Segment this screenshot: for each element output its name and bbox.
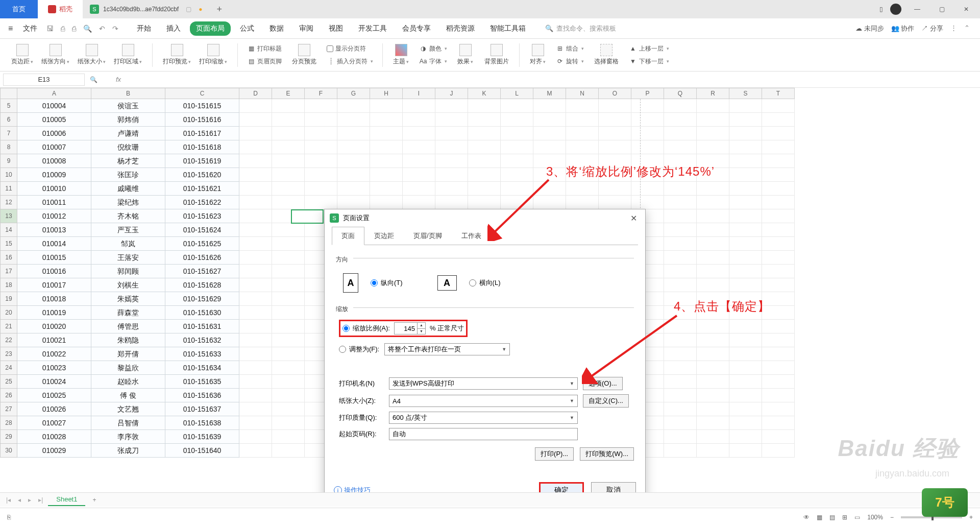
cell[interactable]: [501, 168, 533, 182]
cell[interactable]: [239, 347, 272, 361]
ribbon-打印区域[interactable]: 打印区域▾: [110, 44, 146, 66]
cell[interactable]: 郑开倩: [91, 347, 165, 361]
cell[interactable]: [468, 182, 501, 196]
row-header[interactable]: 8: [0, 140, 17, 154]
cell[interactable]: [533, 140, 566, 154]
quality-combo[interactable]: 600 点/英寸▼: [389, 412, 578, 424]
cell[interactable]: [272, 127, 305, 140]
sheet-nav-last-icon[interactable]: ▸|: [36, 496, 45, 504]
view-break-icon[interactable]: ⊞: [842, 514, 847, 521]
row-header[interactable]: 23: [0, 347, 17, 361]
cell[interactable]: [305, 127, 337, 140]
cell[interactable]: 张匡珍: [91, 168, 165, 182]
cell[interactable]: 卢谦靖: [91, 127, 165, 140]
cell[interactable]: [337, 154, 370, 168]
cell[interactable]: [762, 320, 795, 333]
cell[interactable]: [697, 140, 729, 154]
col-header[interactable]: R: [697, 88, 729, 99]
row-header[interactable]: 30: [0, 444, 17, 458]
cell[interactable]: [664, 251, 697, 265]
cell[interactable]: [272, 278, 305, 292]
cell[interactable]: [272, 223, 305, 237]
cell[interactable]: 010008: [17, 154, 91, 168]
cell[interactable]: [533, 127, 566, 140]
cell[interactable]: 杨才芝: [91, 154, 165, 168]
cell[interactable]: [729, 99, 762, 113]
cell[interactable]: [468, 168, 501, 182]
cell[interactable]: [599, 99, 631, 113]
cell[interactable]: [697, 223, 729, 237]
cell[interactable]: [272, 430, 305, 444]
cell[interactable]: 010-151622: [165, 196, 239, 209]
cell[interactable]: [239, 375, 272, 389]
cell[interactable]: [239, 154, 272, 168]
cell[interactable]: 朱鸥隐: [91, 333, 165, 347]
cell[interactable]: [697, 361, 729, 375]
cell[interactable]: [370, 196, 403, 209]
cell[interactable]: 侯谊玉: [91, 99, 165, 113]
cell[interactable]: [729, 320, 762, 333]
view-eye-icon[interactable]: 👁: [803, 514, 810, 521]
menubar-chevron-icon[interactable]: ⌃: [964, 24, 970, 33]
paper-combo[interactable]: A4▼: [389, 395, 578, 407]
col-header[interactable]: G: [337, 88, 370, 99]
cell[interactable]: [762, 99, 795, 113]
cell[interactable]: 010013: [17, 223, 91, 237]
cell[interactable]: [239, 389, 272, 402]
cell[interactable]: [370, 127, 403, 140]
cell[interactable]: [403, 113, 435, 127]
cell[interactable]: 010-151636: [165, 389, 239, 402]
cell[interactable]: [697, 265, 729, 278]
selection-pane[interactable]: 选择窗格: [590, 44, 623, 66]
scale-input[interactable]: [395, 323, 417, 334]
col-header[interactable]: H: [370, 88, 403, 99]
scale-spinner[interactable]: ▲▼: [394, 322, 426, 334]
cell[interactable]: [762, 265, 795, 278]
cell[interactable]: [239, 320, 272, 333]
cell[interactable]: [272, 292, 305, 306]
cell[interactable]: [272, 168, 305, 182]
cell[interactable]: 齐木铭: [91, 209, 165, 223]
spin-up-icon[interactable]: ▲: [418, 323, 425, 329]
cell[interactable]: 010028: [17, 430, 91, 444]
cell[interactable]: [239, 265, 272, 278]
cell[interactable]: [762, 430, 795, 444]
cell[interactable]: [337, 182, 370, 196]
row-header[interactable]: 18: [0, 278, 17, 292]
cell[interactable]: [272, 416, 305, 430]
cell[interactable]: [239, 278, 272, 292]
cell[interactable]: [664, 416, 697, 430]
cell[interactable]: 黎益欣: [91, 361, 165, 375]
cell[interactable]: 010-151634: [165, 361, 239, 375]
page-break-preview[interactable]: 分页预览: [288, 44, 321, 66]
cell[interactable]: [566, 196, 599, 209]
col-header[interactable]: N: [566, 88, 599, 99]
cell[interactable]: [762, 402, 795, 416]
zoom-value[interactable]: 100%: [867, 514, 883, 521]
cell[interactable]: [272, 333, 305, 347]
cell[interactable]: [697, 237, 729, 251]
row-header[interactable]: 12: [0, 196, 17, 209]
cell[interactable]: [729, 430, 762, 444]
cell[interactable]: 刘棋生: [91, 278, 165, 292]
col-header[interactable]: S: [729, 88, 762, 99]
cell[interactable]: [762, 168, 795, 182]
cell[interactable]: [729, 361, 762, 375]
cell[interactable]: [566, 182, 599, 196]
cell[interactable]: [762, 113, 795, 127]
ribbon-打印缩放[interactable]: 打印缩放▾: [195, 44, 231, 66]
cell[interactable]: 倪纹珊: [91, 140, 165, 154]
cell[interactable]: [305, 182, 337, 196]
avatar[interactable]: [890, 4, 901, 15]
cell[interactable]: [729, 113, 762, 127]
cell[interactable]: [468, 113, 501, 127]
insert-page-break[interactable]: ┊插入分页符▾: [324, 56, 376, 67]
cell[interactable]: [762, 154, 795, 168]
cell[interactable]: [533, 113, 566, 127]
header-footer[interactable]: ▤页眉页脚: [244, 56, 285, 67]
spin-down-icon[interactable]: ▼: [418, 329, 425, 334]
cell[interactable]: [239, 292, 272, 306]
cell[interactable]: [272, 237, 305, 251]
col-header[interactable]: I: [403, 88, 435, 99]
col-header[interactable]: A: [17, 88, 91, 99]
